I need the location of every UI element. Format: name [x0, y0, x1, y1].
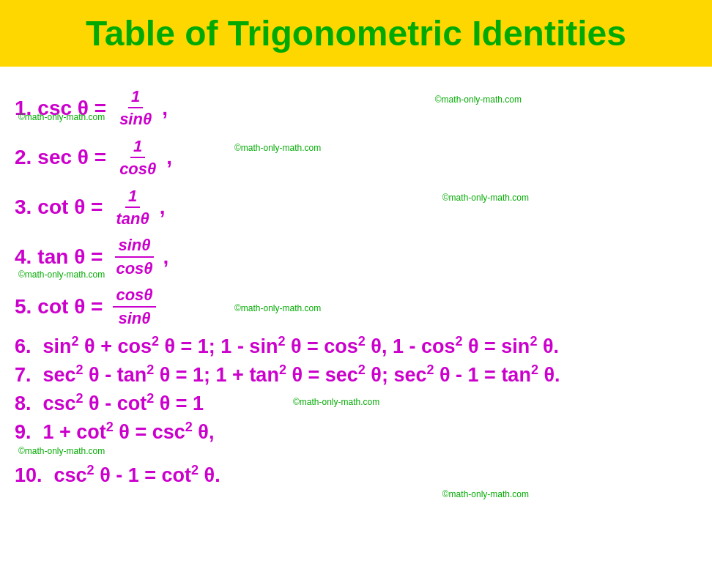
denominator-1: sinθ [116, 108, 155, 129]
denominator-2: cosθ [116, 158, 159, 179]
content: 1. csc θ = 1 sinθ , ©math-only-math.com … [0, 67, 712, 503]
identity-3: 3. cot θ = 1 tanθ , ©math-only-math.com [15, 184, 690, 229]
formula-1: 1. csc θ = 1 sinθ , [15, 87, 690, 130]
copyright-10b: ©math-only-math.com [442, 489, 529, 501]
numerator-5: cosθ [113, 286, 155, 307]
number-2: 2. [15, 144, 31, 171]
formula-4: 4. tan θ = sinθ cosθ , [15, 236, 690, 278]
fraction-1: 1 sinθ [116, 87, 155, 130]
copyright-2: ©math-only-math.com [234, 143, 321, 155]
copyright-5: ©math-only-math.com [234, 303, 321, 315]
identity-6: 6. sin2 θ + cos2 θ = 1; 1 - sin2 θ = cos… [15, 334, 690, 360]
denominator-4: cosθ [113, 258, 155, 278]
fraction-2: 1 cosθ [116, 137, 159, 179]
header: Table of Trigonometric Identities [0, 0, 712, 67]
numerator-4: sinθ [115, 236, 153, 257]
page-title: Table of Trigonometric Identities [7, 13, 705, 53]
formula-6: 6. sin2 θ + cos2 θ = 1; 1 - sin2 θ = cos… [15, 334, 690, 360]
identity-9: 9. 1 + cot2 θ = csc2 θ, ©math-only-math.… [15, 420, 690, 445]
copyright-4a: ©math-only-math.com [18, 269, 105, 281]
suffix-3: , [160, 194, 166, 220]
text-7: sec2 θ - tan2 θ = 1; 1 + tan2 θ = sec2 θ… [43, 362, 560, 388]
formula-10: 10. csc2 θ - 1 = cot2 θ. [15, 463, 690, 488]
label-2: sec θ = [37, 144, 106, 171]
fraction-3: 1 tanθ [113, 187, 152, 229]
number-9: 9. [15, 420, 31, 445]
identity-5: 5. cot θ = cosθ sinθ ©math-only-math.com [15, 283, 690, 328]
text-9: 1 + cot2 θ = csc2 θ, [43, 420, 215, 445]
fraction-5: cosθ sinθ [113, 286, 155, 328]
text-10: csc2 θ - 1 = cot2 θ. [54, 463, 220, 488]
number-4: 4. [15, 244, 31, 270]
number-8: 8. [15, 391, 31, 417]
formula-3: 3. cot θ = 1 tanθ , [15, 187, 690, 229]
suffix-4: , [163, 244, 169, 270]
number-5: 5. [15, 294, 31, 320]
fraction-4: sinθ cosθ [113, 236, 155, 278]
denominator-3: tanθ [113, 208, 152, 228]
numerator-1: 1 [128, 87, 143, 108]
number-6: 6. [15, 334, 31, 360]
suffix-1: , [162, 95, 168, 122]
denominator-5: sinθ [115, 308, 153, 328]
label-4: tan θ = [37, 244, 103, 270]
copyright-3: ©math-only-math.com [442, 193, 529, 204]
identity-10: 10. csc2 θ - 1 = cot2 θ. ©math-only-math… [15, 463, 690, 488]
label-3: cot θ = [37, 194, 103, 220]
formula-2: 2. sec θ = 1 cosθ , [15, 137, 690, 179]
numerator-2: 1 [130, 137, 145, 158]
text-6: sin2 θ + cos2 θ = 1; 1 - sin2 θ = cos2 θ… [43, 334, 559, 360]
numerator-3: 1 [125, 187, 140, 208]
formula-9: 9. 1 + cot2 θ = csc2 θ, [15, 420, 690, 445]
identity-8: 8. csc2 θ - cot2 θ = 1 ©math-only-math.c… [15, 391, 690, 417]
copyright-1a: ©math-only-math.com [18, 112, 105, 124]
text-8: csc2 θ - cot2 θ = 1 [43, 391, 204, 417]
formula-7: 7. sec2 θ - tan2 θ = 1; 1 + tan2 θ = sec… [15, 362, 690, 388]
identity-2: 2. sec θ = 1 cosθ , ©math-only-math.com [15, 134, 690, 179]
formula-5: 5. cot θ = cosθ sinθ [15, 286, 690, 328]
identity-7: 7. sec2 θ - tan2 θ = 1; 1 + tan2 θ = sec… [15, 362, 690, 388]
number-3: 3. [15, 194, 31, 220]
label-5: cot θ = [37, 294, 103, 320]
number-10: 10. [15, 463, 42, 488]
number-7: 7. [15, 362, 31, 388]
identity-4: 4. tan θ = sinθ cosθ , ©math-only-math.c… [15, 233, 690, 278]
copyright-1b: ©math-only-math.com [435, 94, 522, 106]
identity-1: 1. csc θ = 1 sinθ , ©math-only-math.com … [15, 80, 690, 130]
copyright-8: ©math-only-math.com [293, 397, 379, 409]
copyright-9: ©math-only-math.com [18, 446, 105, 458]
suffix-2: , [166, 144, 172, 171]
